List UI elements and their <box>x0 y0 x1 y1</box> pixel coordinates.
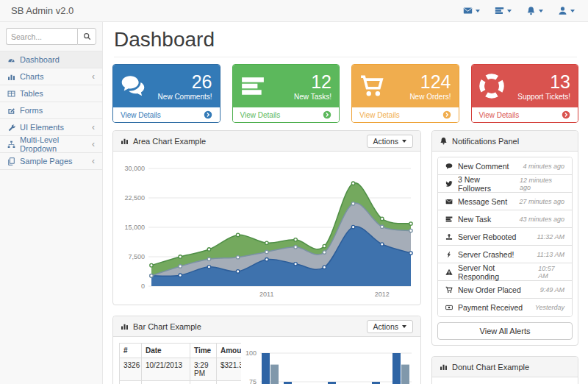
tile-comments[interactable]: 26 New Comments! View Details <box>112 64 220 123</box>
panel-title: Notifications Panel <box>452 137 519 146</box>
angle-left-icon: ‹ <box>92 72 95 81</box>
table-cell: 3:29 PM <box>190 358 217 381</box>
dashboard-icon <box>7 56 15 64</box>
notification-label: New Order Placed <box>458 285 521 294</box>
view-details-label: View Details <box>359 111 400 119</box>
svg-text:22,500: 22,500 <box>124 194 145 202</box>
view-details-label: View Details <box>240 111 281 119</box>
navbar-menu-user[interactable] <box>558 6 575 15</box>
angle-left-icon: ‹ <box>92 123 95 132</box>
notifications-panel-heading: Notifications Panel <box>432 131 578 152</box>
comment-icon <box>445 163 453 170</box>
tasks-icon <box>240 74 265 99</box>
search-button[interactable] <box>77 28 96 45</box>
brand-link[interactable]: SB Admin v2.0 <box>11 5 74 16</box>
tile-label: Support Tickets! <box>517 93 570 101</box>
tile-head: 13 Support Tickets! <box>472 65 578 107</box>
donut-chart-body <box>432 377 578 384</box>
cart-icon <box>359 74 384 99</box>
cart-icon <box>445 286 453 294</box>
tile-tasks[interactable]: 12 New Tasks! View Details <box>232 64 340 123</box>
notification-time: 4 minutes ago <box>523 163 564 170</box>
notifications-list: New Comment 4 minutes ago 3 New Follower… <box>437 157 573 317</box>
notification-item[interactable]: Server Not Responding 10:57 AM <box>438 263 572 281</box>
table-header-cell: Date <box>142 344 190 358</box>
sidebar-item-tables[interactable]: Tables <box>0 85 102 102</box>
navbar-menu-messages[interactable] <box>463 6 480 15</box>
table-cell: $234.34 <box>217 381 242 384</box>
tile-view-details-link[interactable]: View Details <box>113 107 220 122</box>
twitter-icon <box>445 180 453 188</box>
svg-text:7,500: 7,500 <box>128 253 145 260</box>
svg-text:100: 100 <box>245 349 257 357</box>
circle-arrow-right-icon <box>323 110 331 119</box>
table-cell: $321.33 <box>217 358 242 381</box>
wrench-icon <box>7 124 15 132</box>
notification-time: Yesterday <box>535 304 564 311</box>
notification-time: 9:49 AM <box>540 286 564 294</box>
tile-view-details-link[interactable]: View Details <box>233 107 340 122</box>
sidebar-item-multi-level-dropdown[interactable]: Multi-Level Dropdown ‹ <box>0 136 102 153</box>
angle-left-icon: ‹ <box>92 157 95 166</box>
tile-view-details-link[interactable]: View Details <box>352 107 459 122</box>
bar-chart-panel: Bar Chart Example Actions #DateTimeAmoun… <box>112 316 421 384</box>
sidebar-item-ui-elements[interactable]: UI Elements ‹ <box>0 119 102 136</box>
tile-head: 26 New Comments! <box>113 65 220 107</box>
svg-text:15,000: 15,000 <box>124 224 145 231</box>
sidebar-item-dashboard[interactable]: Dashboard <box>0 51 102 68</box>
notification-label: Server Crashed! <box>458 250 514 259</box>
bar-chart-icon <box>121 322 129 330</box>
tile-value: 12 <box>294 72 331 91</box>
area-chart: 07,50015,00022,50030,00020112012 <box>119 157 415 299</box>
tile-tickets[interactable]: 13 Support Tickets! View Details <box>471 64 579 123</box>
tile-view-details-link[interactable]: View Details <box>472 107 578 122</box>
circle-arrow-right-icon <box>442 110 451 119</box>
circle-arrow-right-icon <box>562 110 570 119</box>
notification-label: New Comment <box>458 162 509 171</box>
caret-down-icon <box>402 140 406 143</box>
notification-item[interactable]: Server Crashed! 11:13 AM <box>438 246 572 263</box>
donut-chart-panel: Donut Chart Example <box>431 356 578 384</box>
navbar-menu-alerts[interactable] <box>526 6 543 15</box>
tile-head: 124 New Orders! <box>352 65 459 107</box>
stat-tiles: 26 New Comments! View Details 1 <box>112 64 578 123</box>
bar-chart-icon <box>121 137 129 145</box>
notification-time: 11:13 AM <box>537 251 564 258</box>
top-navbar: SB Admin v2.0 <box>0 0 588 22</box>
notification-item[interactable]: New Order Placed 9:49 AM <box>438 281 572 299</box>
table-cell: 3325 <box>120 381 142 384</box>
svg-text:30,000: 30,000 <box>124 165 145 172</box>
notification-item[interactable]: 3 New Followers 12 minutes ago <box>438 175 572 193</box>
tile-head: 12 New Tasks! <box>233 65 340 107</box>
svg-text:75: 75 <box>249 378 257 384</box>
area-actions-dropdown[interactable]: Actions <box>367 135 413 148</box>
envelope-icon <box>463 6 473 15</box>
view-all-alerts-button[interactable]: View All Alerts <box>437 322 573 340</box>
notification-item[interactable]: New Task 43 minutes ago <box>438 210 572 228</box>
table-header-row: #DateTimeAmount <box>120 344 242 358</box>
tile-value: 13 <box>517 72 570 91</box>
notification-label: Payment Received <box>458 303 523 312</box>
search-input[interactable] <box>6 28 77 45</box>
view-details-label: View Details <box>121 111 161 119</box>
sidebar-item-forms[interactable]: Forms <box>0 102 102 119</box>
notification-item[interactable]: Payment Received Yesterday <box>438 299 572 316</box>
notification-item[interactable]: Message Sent 27 minutes ago <box>438 193 572 210</box>
caret-down-icon <box>402 325 406 328</box>
tile-label: New Tasks! <box>294 93 331 101</box>
table-header-cell: Time <box>190 344 217 358</box>
comments-icon <box>121 74 146 99</box>
table-header-cell: # <box>120 344 142 358</box>
bar-actions-dropdown[interactable]: Actions <box>367 320 413 333</box>
navbar-menu-tasks[interactable] <box>495 6 512 15</box>
envelope-icon <box>445 198 453 205</box>
notification-label: Message Sent <box>458 197 507 206</box>
tile-orders[interactable]: 124 New Orders! View Details <box>351 64 459 123</box>
notification-item[interactable]: New Comment 4 minutes ago <box>438 157 572 175</box>
sidebar-item-charts[interactable]: Charts ‹ <box>0 68 102 85</box>
panel-title: Bar Chart Example <box>133 322 201 331</box>
bar-chart-body: #DateTimeAmount 332610/21/20133:29 PM$32… <box>113 337 420 384</box>
notification-item[interactable]: Server Rebooted 11:32 AM <box>438 228 572 246</box>
sidebar-item-sample-pages[interactable]: Sample Pages ‹ <box>0 153 102 170</box>
app-window: SB Admin v2.0 <box>0 0 588 384</box>
